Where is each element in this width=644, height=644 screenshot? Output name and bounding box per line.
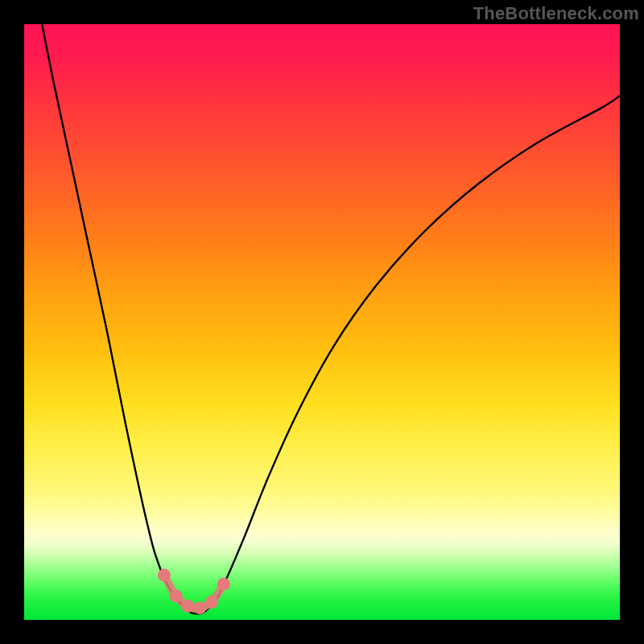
marker-dot (170, 589, 183, 602)
bottleneck-curve-left (42, 24, 196, 614)
marker-dot (205, 596, 218, 609)
bottleneck-curve-right (197, 96, 620, 614)
marker-dot (158, 569, 171, 582)
marker-dot (217, 578, 230, 591)
watermark-text: TheBottleneck.com (473, 3, 639, 24)
chart-frame: TheBottleneck.com (0, 0, 644, 644)
minimum-band-markers (158, 569, 230, 615)
marker-dot (182, 600, 195, 613)
marker-dot (193, 601, 206, 614)
curves-layer (24, 24, 620, 620)
